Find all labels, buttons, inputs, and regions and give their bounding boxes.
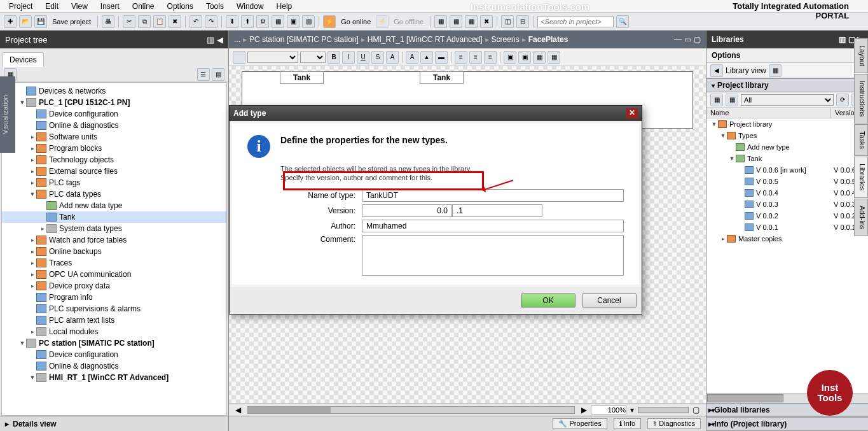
diagnostics-tab[interactable]: ⚕ Diagnostics: [647, 418, 701, 429]
dialog-titlebar[interactable]: Add type ✕: [230, 106, 642, 121]
tank-object-1[interactable]: Tank: [280, 71, 324, 84]
italic-icon[interactable]: I: [342, 51, 355, 64]
info-tab[interactable]: ℹ Info: [614, 418, 641, 429]
layer-f-icon[interactable]: ▣: [504, 51, 516, 64]
tree-item[interactable]: ▸Online backups: [2, 246, 226, 257]
tree-item[interactable]: Add new data type: [2, 200, 226, 211]
open-project-icon[interactable]: 📂: [19, 15, 32, 28]
scroll-right-icon[interactable]: ▶: [581, 406, 587, 414]
tb-icon-1[interactable]: ▦: [272, 15, 284, 28]
lib-filter-icon1[interactable]: ▦: [710, 94, 723, 106]
side-tab-tasks[interactable]: Tasks: [854, 124, 868, 156]
library-view-icon[interactable]: ◀: [710, 64, 723, 77]
undo-icon[interactable]: ↶: [189, 15, 202, 28]
tb-icon-6[interactable]: ▦: [465, 15, 478, 28]
tree-item[interactable]: PLC supervisions & alarms: [2, 303, 226, 314]
menu-edit[interactable]: Edit: [39, 1, 65, 12]
tree-item[interactable]: ▸Device proxy data: [2, 280, 226, 292]
align-c-icon[interactable]: ≡: [469, 51, 482, 64]
fill-color-icon[interactable]: ▲: [420, 51, 433, 64]
side-tab-layout[interactable]: Layout: [854, 38, 868, 73]
lib-tree-item[interactable]: V 0.0.2V 0.0.2: [706, 210, 868, 222]
tree-item[interactable]: ▼PC station [SIMATIC PC station]: [2, 337, 226, 349]
lib-tree-item[interactable]: V 0.0.6 [in work]V 0.0.6: [706, 164, 868, 176]
split-h-icon[interactable]: ◫: [501, 15, 514, 28]
tb-icon-5[interactable]: ▦: [450, 15, 462, 28]
breadcrumb-item[interactable]: FacePlates: [528, 35, 568, 44]
menu-help[interactable]: Help: [270, 1, 299, 12]
breadcrumb-item[interactable]: HMI_RT_1 [WinCC RT Advanced]: [368, 35, 483, 44]
lib-tree-item[interactable]: ▼Tank: [706, 153, 868, 164]
go-online-label[interactable]: Go online: [338, 18, 373, 25]
lib-tree-item[interactable]: V 0.0.1V 0.0.1: [706, 222, 868, 233]
project-library-section[interactable]: Project library: [706, 78, 868, 92]
lib-tree-item[interactable]: ▸Master copies: [706, 233, 868, 244]
library-view-label[interactable]: Library view: [726, 66, 766, 75]
group-icon[interactable]: ▦: [533, 51, 546, 64]
new-project-icon[interactable]: ✚: [4, 15, 17, 28]
menu-view[interactable]: View: [65, 1, 94, 12]
underline-icon[interactable]: U: [357, 51, 369, 64]
name-input[interactable]: [362, 189, 624, 202]
properties-tab[interactable]: 🔧 Properties: [553, 418, 607, 429]
breadcrumb-item[interactable]: Screens: [492, 35, 520, 44]
search-input[interactable]: [537, 16, 614, 27]
menu-project[interactable]: Project: [3, 1, 39, 12]
details-view-bar[interactable]: ▸Details view: [0, 416, 228, 431]
align-l-icon[interactable]: ≡: [455, 51, 467, 64]
lib-pin-icon[interactable]: ▥: [839, 35, 846, 44]
comment-input[interactable]: [362, 235, 624, 276]
lib-mode-icon[interactable]: ▦: [769, 64, 782, 77]
version-major-input[interactable]: [362, 204, 452, 217]
upload-icon[interactable]: ⬆: [241, 15, 254, 28]
delete-icon[interactable]: ✖: [169, 15, 181, 28]
print-icon[interactable]: 🖶: [102, 15, 114, 28]
tree-item[interactable]: ▸Program blocks: [2, 143, 226, 154]
save-icon[interactable]: 💾: [34, 15, 47, 28]
tree-item[interactable]: ▸External source files: [2, 166, 226, 177]
menu-tools[interactable]: Tools: [200, 1, 230, 12]
zoom-input[interactable]: [591, 406, 626, 414]
tree-item[interactable]: ▸OPC UA communication: [2, 269, 226, 280]
search-icon[interactable]: 🔍: [616, 15, 629, 28]
cut-icon[interactable]: ✂: [123, 15, 135, 28]
tree-item[interactable]: Device configuration: [2, 108, 226, 120]
tree-item[interactable]: ▸PLC tags: [2, 177, 226, 188]
library-tree[interactable]: ▼Project library▼TypesAdd new type▼TankV…: [706, 118, 868, 393]
layer-b-icon[interactable]: ▣: [518, 51, 531, 64]
window-icon[interactable]: ▭: [684, 35, 691, 44]
tree-item[interactable]: ▸Technology objects: [2, 154, 226, 166]
go-online-icon[interactable]: ⚡: [323, 15, 336, 28]
size-select[interactable]: [300, 52, 326, 63]
align-r-icon[interactable]: ≡: [484, 51, 497, 64]
lib-tree-item[interactable]: ▼Project library: [706, 118, 868, 130]
ok-button[interactable]: OK: [521, 293, 575, 307]
side-tab-instructions[interactable]: Instructions: [854, 74, 868, 124]
breadcrumb-item[interactable]: ...: [234, 35, 240, 44]
close-icon[interactable]: ✕: [626, 108, 638, 118]
redo-icon[interactable]: ↷: [205, 15, 217, 28]
fit-icon[interactable]: ▢: [692, 406, 699, 414]
copy-icon[interactable]: ⧉: [138, 15, 151, 28]
lib-tree-item[interactable]: ▼Types: [706, 130, 868, 141]
tree-item[interactable]: Online & diagnostics: [2, 120, 226, 131]
tree-item[interactable]: Devices & networks: [2, 85, 226, 97]
collapse-left-icon[interactable]: ◀: [217, 35, 223, 45]
min-icon[interactable]: —: [674, 35, 682, 44]
author-input[interactable]: [362, 220, 624, 232]
lib-refresh-icon[interactable]: ⟳: [836, 94, 849, 106]
font-color-icon[interactable]: A: [406, 51, 418, 64]
tree-item[interactable]: ▸Software units: [2, 131, 226, 143]
font-select[interactable]: [247, 52, 298, 63]
tree-item[interactable]: Program info: [2, 292, 226, 303]
tree-item[interactable]: Online & diagnostics: [2, 360, 226, 372]
lib-tree-item[interactable]: V 0.0.4V 0.0.4: [706, 187, 868, 199]
go-offline-icon[interactable]: ⚡: [376, 15, 389, 28]
tree-item[interactable]: ▼HMI_RT_1 [WinCC RT Advanced]: [2, 372, 226, 383]
tree-item[interactable]: Tank: [2, 211, 226, 223]
cancel-button[interactable]: Cancel: [582, 293, 637, 307]
tree-item[interactable]: ▸Traces: [2, 257, 226, 269]
pin-icon[interactable]: ▥: [207, 35, 214, 45]
tb-icon-7[interactable]: ✖: [480, 15, 493, 28]
tree-item[interactable]: ▸Watch and force tables: [2, 234, 226, 246]
